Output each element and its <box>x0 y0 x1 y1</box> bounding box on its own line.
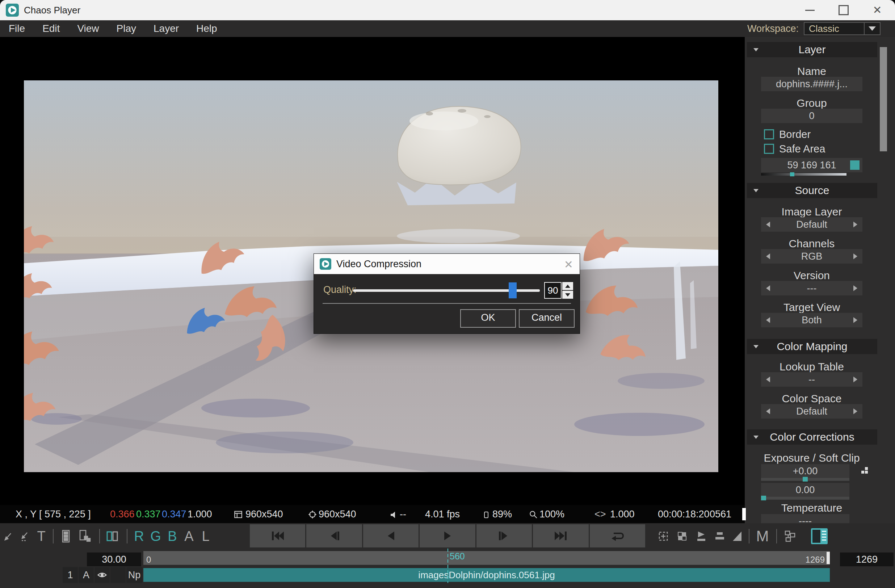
border-checkbox[interactable] <box>764 129 774 139</box>
spin-left-icon[interactable] <box>766 377 770 382</box>
spin-left-icon[interactable] <box>766 317 770 323</box>
spin-right-icon[interactable] <box>853 317 857 323</box>
exposure-field[interactable]: +0.00 <box>761 464 849 478</box>
dialog-title-bar[interactable]: Video Compression ✕ <box>314 254 579 274</box>
panel-scrollbar[interactable] <box>880 37 887 523</box>
step-forward-button[interactable] <box>476 524 532 547</box>
version-spinner[interactable]: --- <box>761 281 862 296</box>
maximize-button[interactable] <box>831 0 856 20</box>
safe-area-checkbox[interactable] <box>764 144 774 154</box>
channel-alpha-button[interactable]: A <box>181 528 197 544</box>
channels-spinner[interactable]: RGB <box>761 249 862 264</box>
workspace-dropdown-button[interactable] <box>865 22 880 35</box>
menu-play[interactable]: Play <box>108 20 145 37</box>
playblast-button[interactable] <box>693 528 709 544</box>
channel-blue-button[interactable]: B <box>164 528 180 544</box>
channel-red-button[interactable]: R <box>131 528 147 544</box>
layer-name-field[interactable]: dophins.####.j... <box>761 77 862 91</box>
layout-windows-button[interactable] <box>782 528 798 544</box>
spin-right-icon[interactable] <box>853 285 857 291</box>
menu-view[interactable]: View <box>68 20 108 37</box>
checkerboard-button[interactable] <box>674 528 690 544</box>
exposure-slider-handle[interactable] <box>802 477 808 482</box>
close-button[interactable]: ✕ <box>865 0 890 20</box>
play-forward-button[interactable] <box>420 524 475 547</box>
bars-button[interactable] <box>712 528 728 544</box>
soft-clip-slider-handle[interactable] <box>761 496 766 500</box>
color-space-spinner[interactable]: Default <box>761 404 862 418</box>
group-label: Group <box>761 97 862 109</box>
spin-left-icon[interactable] <box>766 221 770 227</box>
fps-value: 4.01 fps <box>425 505 460 523</box>
region-button[interactable] <box>655 528 671 544</box>
mask-button[interactable]: M <box>754 528 771 544</box>
section-color-mapping[interactable]: Color Mapping <box>747 339 877 354</box>
pick-tool-button[interactable] <box>0 528 16 544</box>
menu-help[interactable]: Help <box>188 20 226 37</box>
playhead[interactable] <box>448 549 448 583</box>
track-audio-cell[interactable]: A <box>79 567 94 583</box>
go-to-end-button[interactable] <box>533 524 589 547</box>
menu-layer[interactable]: Layer <box>145 20 188 37</box>
menu-edit[interactable]: Edit <box>34 20 68 37</box>
annotate-tool-button[interactable] <box>17 528 33 544</box>
color-space-label: Color Space <box>761 393 862 405</box>
text-tool-button[interactable]: T <box>33 528 49 544</box>
spin-left-icon[interactable] <box>766 253 770 259</box>
quality-slider-handle[interactable] <box>509 282 517 299</box>
panel-toggle-button[interactable] <box>811 528 828 544</box>
section-layer[interactable]: Layer <box>747 42 877 57</box>
minimize-button[interactable] <box>797 0 822 20</box>
section-source[interactable]: Source <box>747 183 877 198</box>
target-view-spinner[interactable]: Both <box>761 313 862 327</box>
track-np-cell[interactable]: Np <box>126 567 142 583</box>
quality-value-field[interactable]: 90 <box>544 282 561 299</box>
track-empty-cell[interactable] <box>111 567 126 583</box>
temperature-field[interactable]: ---- <box>761 514 849 523</box>
cancel-button[interactable]: Cancel <box>519 309 575 328</box>
image-layer-spinner[interactable]: Default <box>761 217 862 232</box>
track-number-cell[interactable]: 1 <box>63 567 78 583</box>
track-visibility-cell[interactable] <box>94 567 110 583</box>
gradient-slider-handle[interactable] <box>790 172 794 176</box>
go-to-start-button[interactable] <box>250 524 305 547</box>
ramp-button[interactable] <box>729 528 745 544</box>
exposure-slider[interactable] <box>761 478 849 481</box>
ruler-end-marker[interactable] <box>827 552 830 564</box>
section-color-corrections[interactable]: Color Corrections <box>747 429 877 445</box>
ok-button[interactable]: OK <box>460 309 516 328</box>
play-backward-button[interactable] <box>363 524 419 547</box>
border-color-field[interactable]: 59 169 161 <box>761 158 862 172</box>
spin-right-icon[interactable] <box>853 253 857 259</box>
stepper-down-button[interactable] <box>562 291 573 299</box>
compare-filmstrip-button[interactable] <box>77 528 93 544</box>
channel-green-button[interactable]: G <box>148 528 164 544</box>
layer-group-field[interactable]: 0 <box>761 109 862 123</box>
color-gradient-slider[interactable] <box>761 173 846 176</box>
spin-left-icon[interactable] <box>766 408 770 414</box>
frame-number-field[interactable]: 0561 <box>710 505 731 523</box>
workspace-select[interactable]: Classic <box>804 22 865 35</box>
channel-luminance-button[interactable]: L <box>198 528 214 544</box>
lookup-table-spinner[interactable]: -- <box>761 372 862 387</box>
step-back-button[interactable] <box>306 524 362 547</box>
soft-clip-field[interactable]: 0.00 <box>761 483 849 497</box>
stepper-up-button[interactable] <box>562 282 573 290</box>
spin-right-icon[interactable] <box>853 408 857 414</box>
split-view-button[interactable] <box>104 528 120 544</box>
total-frames-field[interactable]: 1269 <box>840 553 893 566</box>
fps-field[interactable]: 30.00 <box>87 553 141 566</box>
curve-nodes-icon[interactable] <box>861 467 871 475</box>
spin-left-icon[interactable] <box>766 285 770 291</box>
clip-bar[interactable]: imagesDolphin/dophins.0561.jpg <box>143 568 830 582</box>
menu-file[interactable]: File <box>0 20 34 37</box>
loop-button[interactable] <box>590 524 645 547</box>
spin-right-icon[interactable] <box>853 377 857 382</box>
filmstrip-button[interactable] <box>58 528 74 544</box>
timeline-ruler[interactable]: 0 560 1269 <box>143 551 830 565</box>
panel-scrollbar-thumb[interactable] <box>880 47 887 152</box>
spin-right-icon[interactable] <box>853 221 857 227</box>
color-swatch[interactable] <box>850 161 860 170</box>
dialog-close-icon[interactable]: ✕ <box>564 258 573 271</box>
soft-clip-slider[interactable] <box>761 497 849 500</box>
